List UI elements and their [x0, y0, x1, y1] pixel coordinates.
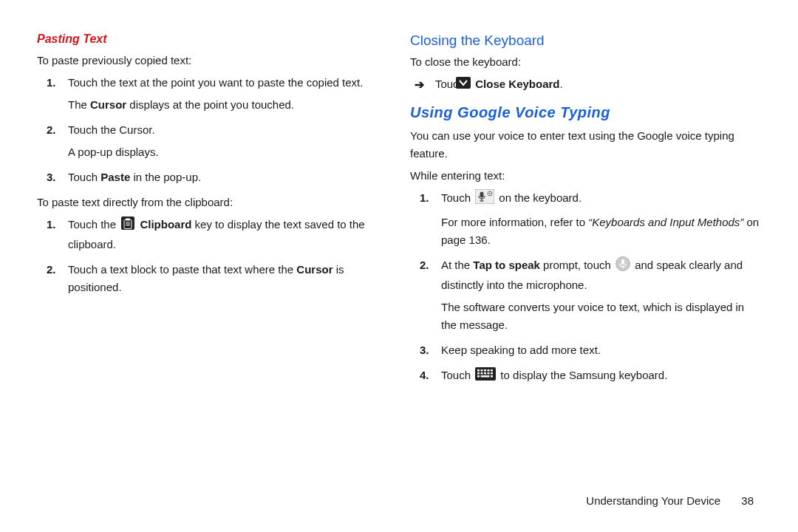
- close-instruction: ➔ Touch Close Keyboard.: [419, 75, 761, 95]
- t: to display the Samsung keyboard.: [497, 369, 667, 381]
- voice-step-2: At the Tap to speak prompt, touch and sp…: [438, 256, 761, 334]
- t: At the: [441, 259, 473, 271]
- svg-rect-25: [488, 372, 490, 375]
- right-column: Closing the Keyboard To close the keyboa…: [410, 30, 761, 393]
- svg-rect-23: [481, 372, 483, 375]
- paste-step-2a: Touch the Cursor.: [68, 123, 155, 136]
- voice-intro: You can use your voice to enter text usi…: [410, 127, 761, 163]
- voice-step-3: Keep speaking to add more text.: [438, 341, 761, 359]
- t: prompt, touch: [540, 259, 614, 271]
- clipboard-icon: [120, 216, 135, 236]
- voice-steps: Touch on the keyboard. For more informat…: [410, 189, 761, 386]
- svg-rect-21: [491, 369, 493, 372]
- svg-rect-2: [126, 218, 130, 220]
- chevron-down-icon: [469, 76, 471, 94]
- svg-rect-20: [488, 369, 490, 372]
- cursor-bold: Cursor: [90, 98, 126, 111]
- paste-step-3: Touch Paste in the pop-up.: [65, 168, 388, 186]
- ref-italic: “Keyboards and Input Methods”: [588, 216, 743, 228]
- paste-bold: Paste: [100, 171, 130, 183]
- t: .: [559, 78, 562, 90]
- heading-voice-typing: Using Google Voice Typing: [410, 100, 761, 124]
- t: Touch: [441, 191, 474, 204]
- clipboard-step-2: Touch a text block to paste that text wh…: [65, 261, 388, 296]
- page-columns: Pasting Text To paste previously copied …: [37, 30, 761, 393]
- paste-steps-1: Touch the text at the point you want to …: [37, 74, 388, 186]
- paste-steps-2: Touch the Clipboard key to display the t…: [37, 216, 388, 296]
- svg-rect-17: [477, 369, 480, 372]
- paste-intro-2: To paste text directly from the clipboar…: [37, 194, 388, 211]
- heading-pasting-text: Pasting Text: [37, 30, 388, 49]
- voice-while: While entering text:: [410, 167, 761, 185]
- paste-step-1-text: Touch the text at the point you want to …: [68, 76, 363, 89]
- paste-intro-1: To paste previously copied text:: [37, 52, 388, 69]
- svg-rect-22: [477, 372, 480, 375]
- left-column: Pasting Text To paste previously copied …: [37, 30, 388, 393]
- t: on the keyboard.: [496, 191, 582, 204]
- svg-rect-1: [124, 219, 132, 228]
- svg-rect-18: [481, 369, 483, 372]
- t: The: [68, 98, 90, 111]
- t: Touch the: [68, 218, 119, 231]
- t: Touch: [68, 171, 100, 183]
- svg-rect-8: [480, 191, 484, 197]
- svg-rect-24: [484, 372, 486, 375]
- clipboard-bold: Clipboard: [140, 218, 191, 231]
- svg-rect-26: [491, 372, 493, 375]
- close-keyboard-bold: Close Keyboard: [475, 78, 559, 90]
- tap-to-speak-bold: Tap to speak: [473, 259, 540, 271]
- paste-step-1-sub: The Cursor displays at the point you tou…: [68, 96, 388, 114]
- svg-rect-29: [491, 375, 493, 378]
- svg-rect-19: [484, 369, 486, 372]
- close-intro: To close the keyboard:: [410, 53, 761, 71]
- svg-point-12: [489, 193, 491, 194]
- t: Touch: [441, 369, 474, 381]
- paste-step-2: Touch the Cursor. A pop-up displays.: [65, 121, 388, 161]
- paste-step-1: Touch the text at the point you want to …: [65, 74, 388, 114]
- voice-step-1-ref: For more information, refer to “Keyboard…: [441, 214, 761, 249]
- mic-gear-icon: [475, 189, 494, 209]
- footer-section: Understanding Your Device: [586, 494, 720, 507]
- svg-rect-28: [481, 375, 490, 378]
- clipboard-step-1: Touch the Clipboard key to display the t…: [65, 216, 388, 253]
- keyboard-icon: [475, 367, 496, 386]
- voice-step-1: Touch on the keyboard. For more informat…: [438, 189, 761, 249]
- svg-rect-14: [621, 259, 624, 265]
- t: displays at the point you touched.: [126, 98, 294, 111]
- page-footer: Understanding Your Device 38: [586, 492, 754, 510]
- voice-step-2-sub: The software converts your voice to text…: [441, 299, 761, 334]
- svg-rect-27: [477, 375, 480, 378]
- paste-step-2b: A pop-up displays.: [68, 143, 388, 161]
- mic-circle-icon: [615, 256, 630, 276]
- svg-rect-6: [456, 77, 471, 89]
- voice-step-4: Touch to display the Samsung keyboard.: [438, 366, 761, 386]
- heading-closing-keyboard: Closing the Keyboard: [410, 30, 761, 52]
- footer-page-number: 38: [741, 494, 754, 507]
- t: in the pop-up.: [130, 171, 201, 183]
- t: For more information, refer to: [441, 216, 588, 228]
- cursor-bold-2: Cursor: [296, 263, 332, 276]
- t: Touch a text block to paste that text wh…: [68, 263, 296, 276]
